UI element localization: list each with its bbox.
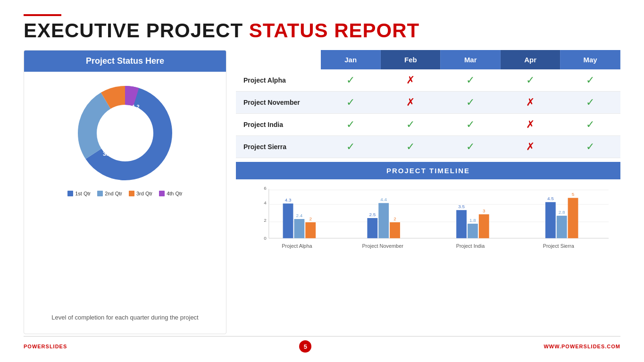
cross-icon: ✗ bbox=[406, 74, 415, 86]
status-cell-1-3: ✗ bbox=[501, 92, 560, 114]
donut-svg: 8.2 3.2 1.4 1.2 bbox=[73, 81, 177, 185]
timeline-header: PROJECT TIMELINE bbox=[236, 162, 620, 179]
legend-color-3 bbox=[129, 191, 134, 196]
check-icon: ✓ bbox=[586, 141, 594, 152]
right-panel: Jan Feb Mar Apr May Project Alpha✓✗✓✓✓Pr… bbox=[236, 50, 620, 334]
check-icon: ✓ bbox=[346, 96, 355, 108]
check-icon: ✓ bbox=[406, 118, 415, 130]
bar-nov-2 bbox=[378, 203, 389, 238]
donut-label-2nd: 3.2 bbox=[103, 150, 111, 157]
page-title: EXECUTIVE PROJECT STATUS REPORT bbox=[24, 20, 620, 42]
bar-sierra-1 bbox=[545, 202, 556, 238]
bar-sierra-2-label: 2.8 bbox=[559, 210, 565, 215]
col-feb: Feb bbox=[381, 50, 441, 69]
status-cell-0-2: ✓ bbox=[441, 69, 501, 92]
col-jan: Jan bbox=[321, 50, 381, 69]
brand-red: SLIDES bbox=[46, 344, 67, 349]
bar-nov-3 bbox=[390, 222, 400, 238]
bar-india-2 bbox=[468, 224, 478, 238]
bar-sierra-xlabel: Project Sierra bbox=[543, 243, 575, 249]
status-cell-3-0: ✓ bbox=[321, 136, 381, 158]
brand-black: POWER bbox=[24, 344, 46, 349]
chart-legend: 1st Qtr 2nd Qtr 3rd Qtr 4th Qtr bbox=[67, 191, 183, 196]
donut-label-1st: 8.2 bbox=[136, 131, 145, 138]
footer-page-number: 5 bbox=[299, 340, 311, 353]
y-label-2: 2 bbox=[264, 218, 267, 223]
check-icon: ✓ bbox=[346, 141, 355, 152]
bar-nov-1-label: 2.5 bbox=[369, 212, 376, 217]
status-cell-2-1: ✓ bbox=[381, 114, 441, 136]
title-red: STATUS REPORT bbox=[249, 19, 419, 42]
bar-chart-area: 0 2 4 6 4.3 2.4 2 bbox=[236, 179, 620, 334]
col-may: May bbox=[560, 50, 620, 69]
status-table: Jan Feb Mar Apr May Project Alpha✓✗✓✓✓Pr… bbox=[236, 50, 620, 158]
legend-label-2: 2nd Qtr bbox=[105, 191, 122, 196]
bar-india-2-label: 1.8 bbox=[469, 218, 476, 223]
legend-color-1 bbox=[67, 191, 73, 196]
cross-icon: ✗ bbox=[406, 96, 415, 108]
check-icon: ✓ bbox=[586, 118, 594, 130]
y-label-0: 0 bbox=[264, 236, 267, 241]
status-cell-3-2: ✓ bbox=[441, 136, 501, 158]
donut-label-4th: 1.2 bbox=[132, 104, 139, 109]
legend-color-4 bbox=[159, 191, 165, 196]
title-black: EXECUTIVE PROJECT bbox=[24, 19, 249, 42]
legend-label-4: 4th Qtr bbox=[167, 191, 183, 196]
bar-alpha-xlabel: Project Alpha bbox=[282, 243, 312, 249]
left-panel: Project Status Here bbox=[24, 50, 226, 334]
status-cell-1-1: ✗ bbox=[381, 92, 441, 114]
bar-alpha-1-label: 4.3 bbox=[285, 197, 292, 202]
bar-sierra-2 bbox=[557, 216, 567, 238]
bar-india-3-label: 3 bbox=[483, 208, 485, 213]
y-label-6: 6 bbox=[264, 186, 267, 191]
col-mar: Mar bbox=[441, 50, 501, 69]
status-cell-2-2: ✓ bbox=[441, 114, 501, 136]
bar-chart-svg: 0 2 4 6 4.3 2.4 2 bbox=[255, 184, 611, 255]
bar-india-1 bbox=[456, 210, 467, 238]
status-cell-1-4: ✓ bbox=[560, 92, 620, 114]
cross-icon: ✗ bbox=[526, 141, 535, 152]
status-cell-0-1: ✗ bbox=[381, 69, 441, 92]
cross-icon: ✗ bbox=[526, 96, 535, 108]
legend-color-2 bbox=[97, 191, 103, 196]
bar-sierra-3 bbox=[568, 198, 578, 238]
chart-area: 8.2 3.2 1.4 1.2 1st Qtr bbox=[24, 72, 226, 334]
main-content: Project Status Here bbox=[24, 50, 620, 334]
check-icon: ✓ bbox=[586, 74, 594, 86]
legend-item-2: 2nd Qtr bbox=[97, 191, 122, 196]
bar-india-xlabel: Project India bbox=[456, 243, 485, 249]
bar-nov-1 bbox=[367, 218, 377, 238]
chart-description: Level of completion for each quarter dur… bbox=[42, 313, 208, 322]
bar-india-3 bbox=[479, 214, 489, 238]
check-icon: ✓ bbox=[346, 74, 355, 86]
legend-item-3: 3rd Qtr bbox=[129, 191, 152, 196]
legend-item-1: 1st Qtr bbox=[67, 191, 91, 196]
donut-label-3rd: 1.4 bbox=[117, 105, 125, 110]
check-icon: ✓ bbox=[346, 118, 355, 130]
donut-chart: 8.2 3.2 1.4 1.2 bbox=[73, 81, 177, 185]
bar-alpha-1 bbox=[283, 203, 293, 238]
status-cell-0-0: ✓ bbox=[321, 69, 381, 92]
footer-website: WWW.POWERSLIDES.COM bbox=[544, 344, 620, 349]
bar-india-1-label: 3.5 bbox=[458, 204, 465, 209]
project-name-1: Project November bbox=[236, 92, 321, 114]
bar-sierra-3-label: 5 bbox=[572, 192, 575, 197]
bar-nov-3-label: 2 bbox=[393, 216, 396, 221]
status-cell-3-1: ✓ bbox=[381, 136, 441, 158]
status-cell-3-4: ✓ bbox=[560, 136, 620, 158]
project-name-0: Project Alpha bbox=[236, 69, 321, 92]
check-icon: ✓ bbox=[406, 141, 415, 152]
bar-nov-2-label: 4.4 bbox=[380, 197, 387, 202]
left-panel-header: Project Status Here bbox=[24, 51, 226, 72]
y-label-4: 4 bbox=[264, 200, 267, 205]
status-cell-2-4: ✓ bbox=[560, 114, 620, 136]
legend-item-4: 4th Qtr bbox=[159, 191, 183, 196]
cross-icon: ✗ bbox=[526, 118, 535, 130]
check-icon: ✓ bbox=[466, 96, 475, 108]
footer: POWERSLIDES 5 WWW.POWERSLIDES.COM bbox=[24, 336, 620, 353]
legend-label-3: 3rd Qtr bbox=[136, 191, 152, 196]
status-cell-1-2: ✓ bbox=[441, 92, 501, 114]
status-cell-0-4: ✓ bbox=[560, 69, 620, 92]
footer-brand: POWERSLIDES bbox=[24, 344, 67, 349]
status-cell-3-3: ✗ bbox=[501, 136, 560, 158]
